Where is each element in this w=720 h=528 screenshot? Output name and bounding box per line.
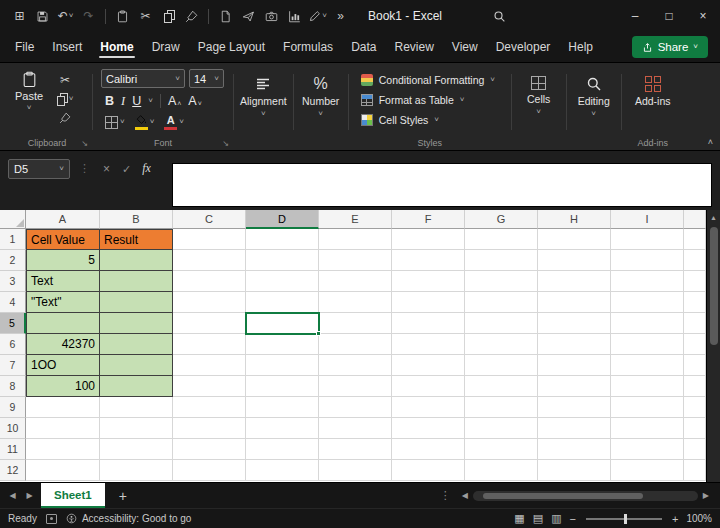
menu-tab-view[interactable]: View bbox=[443, 32, 487, 62]
cell-E10[interactable] bbox=[319, 418, 392, 439]
redo-icon[interactable]: ↷ bbox=[77, 4, 100, 28]
cell-D10[interactable] bbox=[246, 418, 319, 439]
underline-dropdown-icon[interactable]: ˅ bbox=[148, 97, 153, 105]
cell-D6[interactable] bbox=[246, 334, 319, 355]
row-header-7[interactable]: 7 bbox=[0, 355, 26, 376]
cell-I9[interactable] bbox=[611, 397, 684, 418]
cell-E7[interactable] bbox=[319, 355, 392, 376]
column-header-B[interactable]: B bbox=[100, 210, 173, 229]
cell-F7[interactable] bbox=[392, 355, 465, 376]
clipboard-icon[interactable] bbox=[111, 4, 134, 28]
cell-D4[interactable] bbox=[246, 292, 319, 313]
macro-record-icon[interactable] bbox=[46, 514, 57, 524]
column-header-C[interactable]: C bbox=[173, 210, 246, 229]
editing-button[interactable]: Editing ˅ bbox=[569, 66, 619, 150]
cell-C2[interactable] bbox=[173, 250, 246, 271]
cell-D3[interactable] bbox=[246, 271, 319, 292]
insert-function-icon[interactable]: fx bbox=[142, 161, 151, 176]
menu-tab-formulas[interactable]: Formulas bbox=[274, 32, 342, 62]
cell-I2[interactable] bbox=[611, 250, 684, 271]
share-button[interactable]: Share ˅ bbox=[632, 36, 708, 58]
cell-F1[interactable] bbox=[392, 229, 465, 250]
underline-button[interactable]: U bbox=[132, 95, 141, 108]
minimize-button[interactable]: – bbox=[618, 0, 652, 32]
menu-tab-help[interactable]: Help bbox=[559, 32, 602, 62]
cell-A1[interactable]: Cell Value bbox=[26, 229, 100, 250]
cell-I11[interactable] bbox=[611, 439, 684, 460]
cell-filler[interactable] bbox=[684, 292, 706, 313]
decrease-font-size-button[interactable]: A˅ bbox=[188, 95, 201, 108]
horizontal-scrollbar[interactable] bbox=[473, 491, 698, 501]
font-dialog-launcher[interactable]: ↘ bbox=[222, 139, 229, 148]
cell-A6[interactable]: 42370 bbox=[26, 334, 100, 355]
scroll-right-icon[interactable]: ▶ bbox=[698, 491, 714, 500]
zoom-in-button[interactable]: + bbox=[672, 513, 678, 525]
cell-E11[interactable] bbox=[319, 439, 392, 460]
normal-view-icon[interactable]: ▦ bbox=[514, 512, 524, 525]
cell-B1[interactable]: Result bbox=[100, 229, 173, 250]
increase-font-size-button[interactable]: A˄ bbox=[168, 95, 181, 108]
cell-E3[interactable] bbox=[319, 271, 392, 292]
cell-F8[interactable] bbox=[392, 376, 465, 397]
send-icon[interactable] bbox=[237, 4, 260, 28]
cell-F2[interactable] bbox=[392, 250, 465, 271]
alignment-button[interactable]: Alignment ˅ bbox=[236, 66, 291, 150]
cell-B11[interactable] bbox=[100, 439, 173, 460]
cell-D7[interactable] bbox=[246, 355, 319, 376]
sheet-tab-sheet1[interactable]: Sheet1 bbox=[41, 483, 105, 508]
cell-A8[interactable]: 100 bbox=[26, 376, 100, 397]
cell-filler[interactable] bbox=[684, 229, 706, 250]
row-header-5[interactable]: 5 bbox=[0, 313, 26, 334]
cell-I12[interactable] bbox=[611, 460, 684, 481]
row-header-3[interactable]: 3 bbox=[0, 271, 26, 292]
cancel-icon[interactable]: × bbox=[103, 162, 110, 176]
menu-tab-draw[interactable]: Draw bbox=[143, 32, 189, 62]
cell-E12[interactable] bbox=[319, 460, 392, 481]
row-header-10[interactable]: 10 bbox=[0, 418, 26, 439]
cell-filler[interactable] bbox=[684, 250, 706, 271]
cell-F3[interactable] bbox=[392, 271, 465, 292]
copy-button[interactable]: ˅ bbox=[57, 93, 74, 105]
cell-F5[interactable] bbox=[392, 313, 465, 334]
cell-I8[interactable] bbox=[611, 376, 684, 397]
cell-A9[interactable] bbox=[26, 397, 100, 418]
cell-F12[interactable] bbox=[392, 460, 465, 481]
number-button[interactable]: % Number ˅ bbox=[296, 66, 346, 150]
cell-E1[interactable] bbox=[319, 229, 392, 250]
cell-B8[interactable] bbox=[100, 376, 173, 397]
cell-filler[interactable] bbox=[684, 397, 706, 418]
cell-I3[interactable] bbox=[611, 271, 684, 292]
cell-filler[interactable] bbox=[684, 334, 706, 355]
column-header-F[interactable]: F bbox=[392, 210, 465, 229]
vertical-scrollbar[interactable]: ▲ bbox=[706, 210, 720, 482]
cell-C10[interactable] bbox=[173, 418, 246, 439]
search-icon[interactable] bbox=[488, 4, 511, 28]
format-painter-button[interactable] bbox=[59, 112, 71, 124]
fill-color-button[interactable]: ˅ bbox=[135, 114, 155, 130]
fill-handle[interactable] bbox=[316, 331, 321, 336]
row-header-1[interactable]: 1 bbox=[0, 229, 26, 250]
column-header-I[interactable]: I bbox=[611, 210, 684, 229]
new-file-icon[interactable] bbox=[214, 4, 237, 28]
cell-H12[interactable] bbox=[538, 460, 611, 481]
cell-I5[interactable] bbox=[611, 313, 684, 334]
cell-A3[interactable]: Text bbox=[26, 271, 100, 292]
cell-B10[interactable] bbox=[100, 418, 173, 439]
name-box[interactable]: D5 ˅ bbox=[8, 159, 70, 179]
cell-G10[interactable] bbox=[465, 418, 538, 439]
cell-filler[interactable] bbox=[684, 460, 706, 481]
cell-H5[interactable] bbox=[538, 313, 611, 334]
zoom-slider-thumb[interactable] bbox=[624, 514, 627, 524]
formula-input[interactable] bbox=[172, 163, 712, 207]
maximize-button[interactable]: □ bbox=[652, 0, 686, 32]
cell-H7[interactable] bbox=[538, 355, 611, 376]
sheet-nav-left-icon[interactable]: ◀ bbox=[4, 491, 21, 500]
cell-E2[interactable] bbox=[319, 250, 392, 271]
cell-A2[interactable]: 5 bbox=[26, 250, 100, 271]
cell-G7[interactable] bbox=[465, 355, 538, 376]
column-header-G[interactable]: G bbox=[465, 210, 538, 229]
cell-F4[interactable] bbox=[392, 292, 465, 313]
more-commands-icon[interactable]: » bbox=[329, 4, 352, 28]
cell-H4[interactable] bbox=[538, 292, 611, 313]
cell-A12[interactable] bbox=[26, 460, 100, 481]
